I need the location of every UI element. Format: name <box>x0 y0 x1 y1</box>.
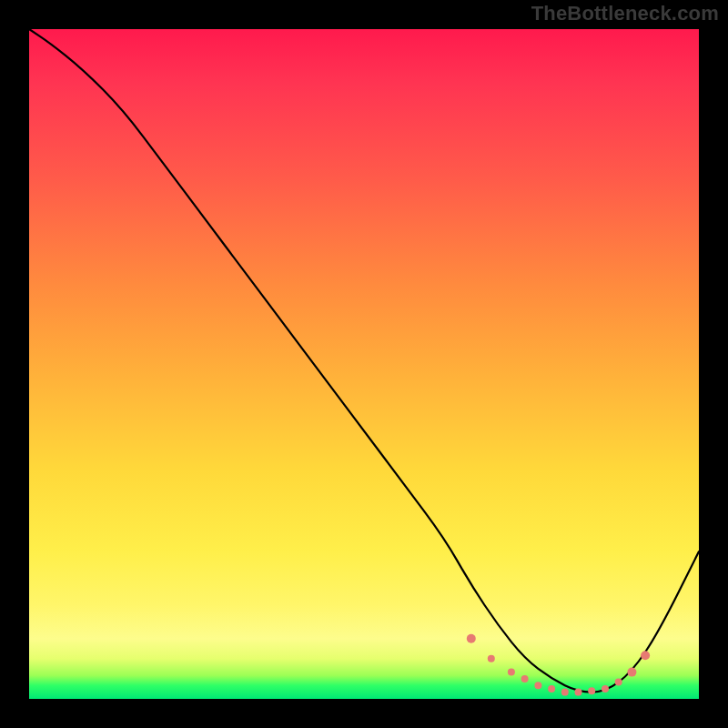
highlight-markers <box>467 634 650 696</box>
marker-dot <box>561 689 569 696</box>
marker-dot <box>575 689 582 696</box>
marker-dot <box>488 655 495 662</box>
marker-dot <box>534 682 541 689</box>
marker-dot <box>588 687 595 694</box>
marker-dot <box>548 685 555 693</box>
marker-dot <box>467 634 476 643</box>
chart-svg <box>29 29 699 699</box>
marker-dot <box>627 668 636 677</box>
marker-dot <box>521 675 529 682</box>
attribution-text: TheBottleneck.com <box>531 2 719 25</box>
bottleneck-curve <box>29 29 699 693</box>
marker-dot <box>641 651 650 660</box>
marker-dot <box>615 679 622 686</box>
plot-area <box>29 29 699 699</box>
chart-frame: TheBottleneck.com <box>0 0 728 728</box>
marker-dot <box>508 669 515 676</box>
marker-dot <box>602 685 609 693</box>
